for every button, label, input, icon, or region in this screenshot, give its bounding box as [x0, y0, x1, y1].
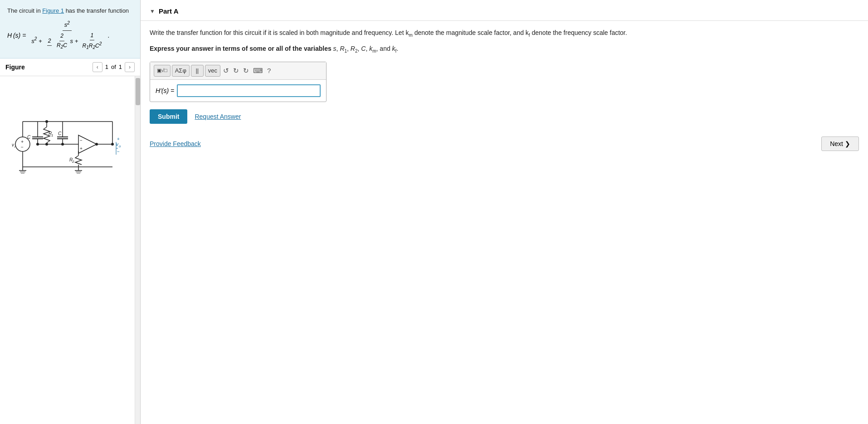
svg-text:C: C — [58, 131, 62, 136]
svg-text:−: − — [117, 149, 120, 154]
prev-figure-button[interactable]: ‹ — [93, 62, 102, 72]
figure-separator: of — [111, 63, 116, 70]
svg-text:−: − — [21, 145, 24, 150]
part-content: Write the transfer function for this cir… — [141, 21, 868, 162]
bars-button[interactable]: || — [191, 65, 204, 77]
svg-text:i: i — [15, 145, 15, 149]
svg-text:+: + — [80, 146, 83, 151]
vec-button[interactable]: vec — [205, 65, 220, 77]
next-label: Next — [830, 140, 843, 147]
figure-header: Figure ‹ 1 of 1 › — [0, 58, 140, 76]
refresh-button[interactable]: ↻ — [242, 65, 250, 77]
svg-text:−: − — [80, 138, 83, 143]
figure-nav: ‹ 1 of 1 › — [93, 62, 135, 72]
scroll-thumb[interactable] — [136, 78, 140, 105]
next-icon: ❯ — [845, 140, 850, 147]
figure-section: Figure ‹ 1 of 1 › + − v i — [0, 58, 140, 424]
part-title: Part A — [159, 7, 179, 15]
svg-point-21 — [45, 120, 48, 123]
figure-total: 1 — [119, 63, 122, 70]
svg-text:1: 1 — [51, 133, 53, 137]
keyboard-button[interactable]: ⌨ — [252, 65, 264, 77]
figure-current: 1 — [105, 63, 108, 70]
left-panel: The circuit in Figure 1 has the transfer… — [0, 0, 141, 424]
figure-link[interactable]: Figure 1 — [42, 7, 64, 14]
tf-description: The circuit in Figure 1 has the transfer… — [7, 6, 133, 16]
symbols-button[interactable]: AΣφ — [172, 65, 190, 77]
redo-button[interactable]: ↻ — [232, 65, 240, 77]
next-figure-button[interactable]: › — [125, 62, 135, 72]
transfer-function-box: The circuit in Figure 1 has the transfer… — [0, 0, 140, 58]
math-answer-input[interactable] — [177, 84, 321, 97]
svg-text:+: + — [117, 136, 120, 141]
fraction: s2 s2 + 2 2 R2C s + 1 R1R2C2 — [29, 19, 104, 52]
svg-text:o: o — [119, 144, 121, 148]
problem-description: Write the transfer function for this cir… — [150, 28, 859, 39]
math-input-row: H′(s) = — [150, 80, 326, 102]
math-toolbar: ▣√□ AΣφ || vec ↺ ↻ ↻ ⌨ ? — [150, 62, 326, 80]
math-label: H′(s) = — [156, 87, 174, 94]
collapse-icon[interactable]: ▼ — [150, 8, 155, 15]
undo-button[interactable]: ↺ — [222, 65, 230, 77]
provide-feedback-button[interactable]: Provide Feedback — [150, 140, 201, 147]
right-panel: ▼ Part A Write the transfer function for… — [141, 0, 868, 424]
svg-text:2: 2 — [72, 160, 74, 164]
figure-label: Figure — [5, 63, 25, 71]
submit-button[interactable]: Submit — [150, 109, 187, 124]
action-row: Submit Request Answer — [150, 109, 859, 124]
figure-canvas: + − v i C — [0, 76, 140, 424]
math-editor: ▣√□ AΣφ || vec ↺ ↻ ↻ ⌨ ? H′(s) = — [150, 62, 327, 102]
help-button[interactable]: ? — [266, 65, 272, 77]
feedback-next-row: Provide Feedback Next ❯ — [150, 133, 859, 155]
svg-text:C: C — [27, 135, 31, 140]
scrollbar[interactable] — [135, 76, 140, 424]
tf-text-before: The circuit in — [7, 7, 42, 14]
part-header: ▼ Part A — [141, 0, 868, 21]
matrix-button[interactable]: ▣√□ — [154, 65, 171, 77]
circuit-diagram: + − v i C — [4, 90, 131, 180]
svg-point-22 — [45, 143, 48, 146]
formula-display: H (s) = s2 s2 + 2 2 R2C s + 1 R1R2C2 — [7, 19, 133, 52]
tf-text-after: has the transfer function — [64, 7, 129, 14]
variables-line: Express your answer in terms of some or … — [150, 44, 859, 54]
svg-text:+: + — [21, 139, 24, 144]
next-button[interactable]: Next ❯ — [821, 136, 859, 151]
request-answer-button[interactable]: Request Answer — [195, 113, 241, 120]
